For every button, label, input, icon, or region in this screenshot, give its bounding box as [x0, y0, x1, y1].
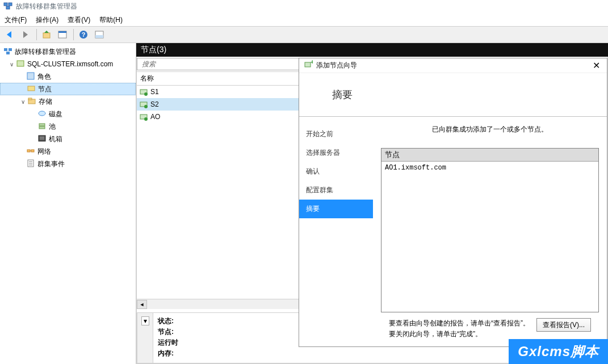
tree-nodes-label: 节点	[38, 84, 52, 94]
tree-nodes[interactable]: 节点	[0, 83, 136, 95]
menu-file[interactable]: 文件(F)	[5, 15, 27, 25]
result-header: 节点	[381, 149, 598, 162]
wizard-step[interactable]: 确认	[299, 162, 373, 181]
center-pane: 节点(3) 名称 S1 S2 AO ◄	[136, 43, 608, 364]
collapse-handle[interactable]: ▾	[137, 313, 153, 363]
disk-icon	[37, 109, 47, 120]
menu-view[interactable]: 查看(V)	[68, 15, 90, 25]
tree-pools[interactable]: 池	[0, 120, 136, 133]
svg-rect-24	[27, 150, 30, 152]
wizard-step[interactable]: 开始之前	[299, 125, 373, 143]
tree-networks[interactable]: 网络	[0, 145, 136, 158]
svg-rect-25	[31, 150, 34, 152]
svg-rect-19	[39, 124, 45, 126]
menu-help[interactable]: 帮助(H)	[99, 15, 123, 25]
svg-rect-11	[9, 48, 12, 51]
tree-roles-label: 角色	[37, 72, 51, 82]
center-header: 节点(3)	[136, 43, 608, 57]
wizard-step[interactable]: 选择服务器	[299, 143, 373, 162]
tree-root[interactable]: 故障转移群集管理器	[0, 45, 136, 58]
tree-roles[interactable]: 角色	[0, 70, 136, 83]
svg-rect-17	[28, 98, 32, 100]
watermark: Gxlcms脚本	[509, 339, 608, 364]
svg-point-32	[144, 92, 148, 96]
expand-toggle[interactable]: ∨	[19, 99, 26, 105]
window-title: 故障转移群集管理器	[16, 2, 77, 11]
forward-button[interactable]	[18, 27, 33, 42]
svg-rect-10	[4, 48, 7, 51]
help-button[interactable]: ?	[76, 27, 91, 42]
up-button[interactable]	[39, 27, 54, 42]
svg-point-36	[144, 117, 148, 121]
chassis-icon	[37, 134, 47, 145]
wizard-header: 摘要	[299, 73, 607, 116]
tree-events[interactable]: 群集事件	[0, 158, 136, 170]
tree-storage[interactable]: ∨ 存储	[0, 95, 136, 108]
pool-icon	[37, 121, 47, 132]
tree-pools-label: 池	[49, 122, 56, 132]
menubar: 文件(F) 操作(A) 查看(V) 帮助(H)	[0, 14, 608, 26]
svg-text:+: +	[311, 60, 313, 65]
wizard-hint: 要查看由向导创建的报告，请单击“查看报告”。 要关闭此向导，请单击“完成”。	[389, 318, 536, 340]
svg-rect-22	[40, 137, 44, 138]
nav-tree: 故障转移群集管理器 ∨ SQL-CLUSTER.ixmsoft.com 角色 节…	[0, 43, 136, 364]
tree-cluster-label: SQL-CLUSTER.ixmsoft.com	[27, 60, 113, 68]
wizard-content: 已向群集成功添加了一个或多个节点。 节点 AO1.ixmsoft.com 要查看…	[373, 117, 607, 346]
tree-storage-label: 存储	[39, 97, 52, 107]
svg-rect-12	[6, 52, 10, 54]
row-label: S2	[150, 100, 159, 108]
roles-icon	[26, 71, 35, 82]
svg-rect-20	[39, 126, 45, 129]
events-icon	[26, 159, 35, 170]
wizard-step-active[interactable]: 摘要	[299, 200, 373, 218]
svg-rect-3	[43, 33, 50, 38]
scroll-left-icon[interactable]: ◄	[137, 300, 147, 309]
toolbar-separator	[36, 29, 37, 40]
svg-rect-15	[28, 86, 35, 91]
properties-button[interactable]	[55, 27, 70, 42]
menu-action[interactable]: 操作(A)	[36, 15, 58, 25]
details-pane-button[interactable]	[92, 27, 107, 42]
tree-cluster[interactable]: ∨ SQL-CLUSTER.ixmsoft.com	[0, 58, 136, 70]
tree-disks[interactable]: 磁盘	[0, 108, 136, 120]
svg-rect-14	[27, 73, 34, 79]
wizard-body: 开始之前 选择服务器 确认 配置群集 摘要 已向群集成功添加了一个或多个节点。 …	[299, 117, 607, 346]
center-body: 名称 S1 S2 AO ◄ ►	[136, 57, 608, 364]
wizard-steps: 开始之前 选择服务器 确认 配置群集 摘要	[299, 117, 373, 346]
svg-rect-23	[40, 138, 44, 139]
close-button[interactable]: ✕	[590, 60, 602, 71]
hint-line2: 要关闭此向导，请单击“完成”。	[389, 330, 482, 338]
wizard-page-title: 摘要	[332, 88, 353, 101]
view-report-button[interactable]: 查看报告(V)...	[536, 318, 591, 332]
svg-rect-37	[305, 62, 311, 67]
back-button[interactable]	[2, 27, 17, 42]
row-label: AO	[150, 113, 160, 121]
wizard-message: 已向群集成功添加了一个或多个节点。	[381, 125, 599, 134]
network-icon	[26, 146, 35, 157]
svg-rect-0	[4, 3, 7, 6]
tree-chassis-label: 机箱	[49, 134, 62, 144]
svg-rect-9	[95, 35, 103, 38]
tree-root-label: 故障转移群集管理器	[15, 47, 76, 57]
nodes-icon	[27, 84, 36, 95]
svg-rect-1	[9, 3, 12, 6]
wizard-icon: +	[304, 60, 313, 71]
titlebar: 故障转移群集管理器	[0, 0, 608, 14]
add-node-wizard: + 添加节点向导 ✕ 摘要 开始之前 选择服务器 确认 配置群集	[299, 58, 607, 347]
tree-chassis[interactable]: 机箱	[0, 133, 136, 145]
app-icon	[3, 1, 12, 12]
folder-icon	[27, 96, 36, 107]
expand-toggle[interactable]: ∨	[8, 61, 15, 67]
result-box: 节点 AO1.ixmsoft.com	[381, 148, 599, 312]
wizard-titlebar: + 添加节点向导 ✕	[299, 58, 607, 73]
wizard-title-text: 添加节点向导	[316, 61, 357, 70]
svg-rect-2	[6, 6, 10, 9]
svg-point-34	[144, 105, 148, 108]
tree-networks-label: 网络	[37, 147, 51, 156]
cluster-manager-icon	[3, 46, 12, 57]
main-area: 故障转移群集管理器 ∨ SQL-CLUSTER.ixmsoft.com 角色 节…	[0, 43, 608, 364]
cluster-icon	[16, 59, 25, 70]
row-label: S1	[150, 88, 159, 96]
wizard-step[interactable]: 配置群集	[299, 181, 373, 200]
svg-point-18	[39, 111, 45, 116]
